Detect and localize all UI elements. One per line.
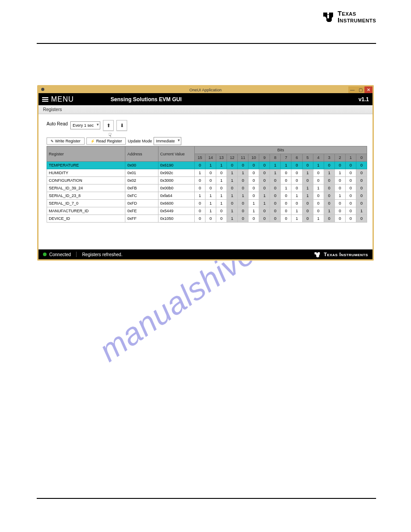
table-row[interactable]: HUMIDITY0x010x992c1001100100101100 [47,169,367,177]
cell-bit[interactable]: 0 [302,207,313,215]
cell-bit[interactable]: 0 [324,192,334,200]
read-register-button[interactable]: ⚡ Read Register [86,137,126,145]
cell-bit[interactable]: 1 [302,192,313,200]
cell-bit[interactable]: 0 [248,215,259,223]
cell-bit[interactable]: 0 [291,200,302,207]
cell-bit[interactable]: 1 [270,162,281,169]
cell-bit[interactable]: 1 [227,177,238,184]
table-row[interactable]: DEVICE_ID0xFF0x10500001000001010000 [47,215,367,223]
cell-bit[interactable]: 0 [238,215,248,223]
cell-bit[interactable]: 0 [313,200,324,207]
cell-bit[interactable]: 0 [324,162,334,169]
table-row[interactable]: SERIAL_ID_7_00xFD0x66000110011000000000 [47,200,367,207]
cell-bit[interactable]: 0 [227,200,238,207]
table-row[interactable]: TEMPERATURE0x000x61900110000110010000 [47,162,367,169]
table-row[interactable]: SERIAL_ID_39_240xFB0x00b0000000001011000… [47,184,367,192]
cell-bit[interactable]: 0 [291,177,302,184]
cell-bit[interactable]: 0 [313,207,324,215]
cell-bit[interactable]: 0 [194,215,205,223]
cell-bit[interactable]: 1 [313,162,324,169]
cell-bit[interactable]: 0 [281,177,291,184]
cell-bit[interactable]: 0 [248,177,259,184]
table-row[interactable]: CONFIGURATION0x020x30000011000000000000 [47,177,367,184]
cell-bit[interactable]: 0 [216,215,227,223]
cell-bit[interactable]: 0 [345,184,356,192]
cell-bit[interactable]: 0 [334,177,345,184]
autoread-select[interactable]: Every 1 sec [70,121,100,129]
cell-bit[interactable]: 1 [205,200,216,207]
cell-bit[interactable]: 1 [334,169,345,177]
cell-bit[interactable]: 0 [194,184,205,192]
cell-bit[interactable]: 0 [334,207,345,215]
cell-bit[interactable]: 0 [345,162,356,169]
cell-bit[interactable]: 1 [227,207,238,215]
cell-bit[interactable]: 0 [270,215,281,223]
cell-bit[interactable]: 1 [205,162,216,169]
cell-bit[interactable]: 0 [259,177,270,184]
cell-bit[interactable]: 0 [345,177,356,184]
cell-bit[interactable]: 0 [194,162,205,169]
update-mode-select[interactable]: Immediate [154,137,181,145]
cell-bit[interactable]: 0 [227,184,238,192]
menu-label[interactable]: MENU [51,95,74,103]
cell-bit[interactable]: 0 [356,184,367,192]
cell-bit[interactable]: 0 [238,200,248,207]
cell-bit[interactable]: 0 [324,184,334,192]
cell-bit[interactable]: 0 [259,215,270,223]
cell-bit[interactable]: 1 [291,192,302,200]
cell-bit[interactable]: 0 [356,200,367,207]
cell-bit[interactable]: 1 [259,200,270,207]
cell-bit[interactable]: 1 [334,192,345,200]
cell-bit[interactable]: 0 [238,207,248,215]
cell-bit[interactable]: 1 [216,177,227,184]
table-row[interactable]: SERIAL_ID_23_80xFC0xfa641111101001100100 [47,192,367,200]
download-button[interactable]: ⬇ [116,120,127,131]
cell-bit[interactable]: 0 [281,169,291,177]
cell-bit[interactable]: 0 [194,200,205,207]
cell-bit[interactable]: 1 [238,169,248,177]
cell-bit[interactable]: 0 [345,169,356,177]
cell-bit[interactable]: 1 [270,169,281,177]
cell-bit[interactable]: 0 [291,184,302,192]
cell-bit[interactable]: 0 [356,215,367,223]
cell-bit[interactable]: 1 [281,184,291,192]
cell-bit[interactable]: 0 [345,215,356,223]
cell-bit[interactable]: 0 [324,200,334,207]
cell-bit[interactable]: 0 [194,177,205,184]
cell-bit[interactable]: 0 [356,192,367,200]
cell-bit[interactable]: 0 [238,162,248,169]
cell-bit[interactable]: 1 [313,215,324,223]
cell-bit[interactable]: 1 [216,200,227,207]
cell-bit[interactable]: 0 [281,207,291,215]
cell-bit[interactable]: 0 [345,200,356,207]
cell-bit[interactable]: 0 [324,177,334,184]
cell-bit[interactable]: 1 [205,192,216,200]
cell-bit[interactable]: 0 [313,177,324,184]
cell-bit[interactable]: 1 [324,207,334,215]
cell-bit[interactable]: 1 [227,169,238,177]
cell-bit[interactable]: 1 [302,184,313,192]
cell-bit[interactable]: 1 [302,169,313,177]
cell-bit[interactable]: 1 [205,207,216,215]
cell-bit[interactable]: 0 [313,169,324,177]
cell-bit[interactable]: 0 [345,207,356,215]
cell-bit[interactable]: 1 [248,200,259,207]
cell-bit[interactable]: 0 [238,177,248,184]
cell-bit[interactable]: 0 [302,162,313,169]
cell-bit[interactable]: 1 [291,207,302,215]
cell-bit[interactable]: 1 [227,192,238,200]
cell-bit[interactable]: 0 [302,200,313,207]
cell-bit[interactable]: 0 [270,200,281,207]
window-maximize-button[interactable]: ▢ [356,86,364,93]
cell-bit[interactable]: 0 [302,215,313,223]
cell-bit[interactable]: 0 [334,215,345,223]
cell-bit[interactable]: 0 [313,192,324,200]
cell-bit[interactable]: 0 [205,177,216,184]
cell-bit[interactable]: 0 [270,192,281,200]
cell-bit[interactable]: 0 [270,207,281,215]
cell-bit[interactable]: 0 [216,184,227,192]
cell-bit[interactable]: 0 [302,177,313,184]
cell-bit[interactable]: 0 [238,184,248,192]
cell-bit[interactable]: 0 [324,215,334,223]
cell-bit[interactable]: 0 [334,162,345,169]
